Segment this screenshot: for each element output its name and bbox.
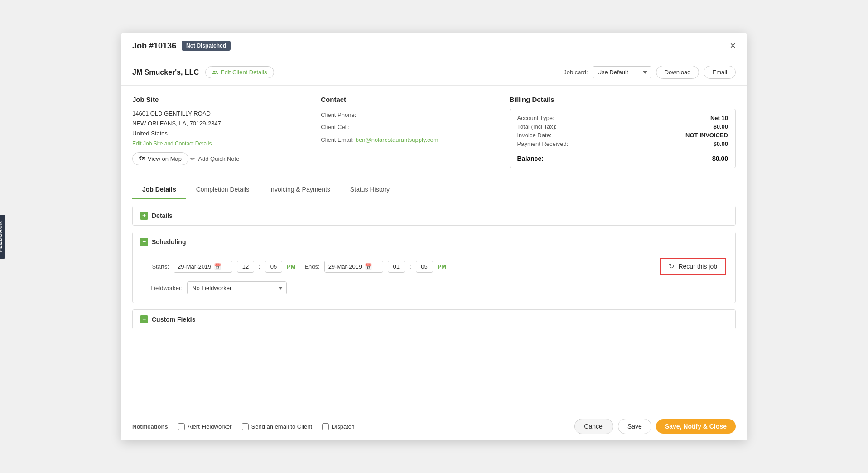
ends-date-value: 29-Mar-2019 — [328, 263, 362, 270]
dispatch-checkbox-label: Dispatch — [322, 423, 355, 430]
address-line2: NEW ORLEANS, LA, 70129-2347 — [132, 119, 321, 129]
send-email-label: Send an email to Client — [251, 423, 312, 430]
client-name: JM Smucker's, LLC — [132, 68, 199, 77]
billing-account-type-row: Account Type: Net 10 — [517, 115, 728, 121]
job-title: Job #10136 — [132, 41, 176, 51]
modal-body: Job Site 14601 OLD GENTILLY ROAD NEW ORL… — [121, 86, 747, 412]
details-section-label: Details — [152, 212, 173, 219]
fieldworker-select[interactable]: No Fieldworker — [187, 281, 287, 294]
email-button[interactable]: Email — [704, 66, 736, 79]
ends-min-input[interactable]: 05 — [416, 261, 433, 273]
billing-invoice-date-row: Invoice Date: NOT INVOICED — [517, 132, 728, 139]
invoice-date-label: Invoice Date: — [517, 132, 552, 139]
tab-bar: Job Details Completion Details Invoicing… — [132, 181, 736, 199]
edit-client-label: Edit Client Details — [221, 69, 267, 76]
notifications-label: Notifications: — [132, 423, 170, 430]
total-label: Total (Incl Tax): — [517, 123, 557, 130]
download-button[interactable]: Download — [656, 66, 699, 79]
billing-box: Account Type: Net 10 Total (Incl Tax): $… — [510, 109, 736, 168]
billing-total-row: Total (Incl Tax): $0.00 — [517, 123, 728, 130]
custom-fields-label: Custom Fields — [152, 316, 195, 323]
ends-label: Ends: — [304, 263, 319, 270]
scheduling-body: Starts: 29-Mar-2019 📅 12 : 05 PM Ends: 2… — [133, 251, 735, 303]
ends-calendar-icon: 📅 — [365, 263, 372, 270]
feedback-tab[interactable]: FEEDBACK — [0, 214, 5, 258]
job-site-column: Job Site 14601 OLD GENTILLY ROAD NEW ORL… — [132, 96, 321, 168]
fieldworker-label: Fieldworker: — [142, 285, 183, 291]
starts-label: Starts: — [142, 263, 169, 270]
email-label: Client Email: — [321, 136, 354, 143]
contact-column: Contact Client Phone: Client Cell: Clien… — [321, 96, 509, 168]
payment-value: $0.00 — [713, 140, 728, 147]
details-toggle-icon[interactable]: + — [140, 212, 148, 220]
job-card-label: Job card: — [564, 69, 588, 76]
invoice-date-value: NOT INVOICED — [685, 132, 728, 139]
close-button[interactable]: × — [730, 41, 736, 51]
pencil-icon: ✏ — [190, 155, 195, 162]
view-on-map-button[interactable]: 🗺 View on Map — [132, 152, 188, 165]
account-type-value: Net 10 — [710, 115, 728, 121]
scheduling-section-header: － Scheduling — [133, 232, 735, 251]
tab-completion-details[interactable]: Completion Details — [186, 181, 260, 199]
ends-ampm-toggle[interactable]: PM — [438, 263, 447, 270]
starts-time-sep: : — [259, 263, 260, 270]
starts-min-input[interactable]: 05 — [265, 261, 282, 273]
billing-column: Billing Details Account Type: Net 10 Tot… — [510, 96, 736, 168]
custom-fields-header: － Custom Fields — [133, 310, 735, 329]
billing-payment-row: Payment Received: $0.00 — [517, 140, 728, 147]
payment-label: Payment Received: — [517, 140, 569, 147]
custom-fields-toggle-icon[interactable]: － — [140, 315, 148, 323]
custom-fields-section: － Custom Fields — [132, 309, 736, 329]
starts-hour-input[interactable]: 12 — [237, 261, 254, 273]
modal-footer: Notifications: Alert Fieldworker Send an… — [121, 412, 747, 440]
save-button[interactable]: Save — [618, 419, 651, 434]
starts-date-value: 29-Mar-2019 — [178, 263, 211, 270]
ends-time-sep: : — [410, 263, 411, 270]
recur-label: Recur this job — [678, 263, 717, 270]
contact-title: Contact — [321, 96, 509, 103]
cell-label: Client Cell: — [321, 124, 349, 130]
phone-label: Client Phone: — [321, 111, 356, 118]
tab-status-history[interactable]: Status History — [340, 181, 400, 199]
recur-icon: ↻ — [669, 262, 675, 270]
balance-label: Balance: — [517, 155, 544, 162]
status-badge: Not Dispatched — [182, 41, 231, 51]
total-value: $0.00 — [713, 123, 728, 130]
job-site-title: Job Site — [132, 96, 321, 103]
email-value[interactable]: ben@nolarestaurantsupply.com — [356, 136, 439, 143]
map-icon: 🗺 — [139, 155, 145, 162]
details-section: + Details — [132, 206, 736, 226]
view-map-label: View on Map — [148, 155, 182, 162]
edit-client-button[interactable]: Edit Client Details — [205, 66, 274, 78]
starts-ampm-toggle[interactable]: PM — [287, 263, 296, 270]
send-email-checkbox[interactable] — [242, 423, 249, 430]
ends-hour-input[interactable]: 01 — [388, 261, 405, 273]
tab-invoicing-payments[interactable]: Invoicing & Payments — [259, 181, 340, 199]
balance-value: $0.00 — [712, 155, 728, 162]
account-type-label: Account Type: — [517, 115, 555, 121]
save-notify-close-button[interactable]: Save, Notify & Close — [656, 419, 736, 434]
billing-balance-row: Balance: $0.00 — [517, 151, 728, 162]
address-line3: United States — [132, 129, 321, 139]
dispatch-checkbox[interactable] — [322, 423, 329, 430]
tab-job-details[interactable]: Job Details — [132, 181, 186, 199]
starts-date-input[interactable]: 29-Mar-2019 📅 — [174, 261, 232, 273]
scheduling-toggle-icon[interactable]: － — [140, 238, 148, 246]
info-row: Job Site 14601 OLD GENTILLY ROAD NEW ORL… — [132, 86, 736, 173]
starts-calendar-icon: 📅 — [214, 263, 221, 270]
add-quick-note-button[interactable]: ✏ Add Quick Note — [190, 155, 239, 162]
scheduling-section-label: Scheduling — [152, 238, 186, 246]
details-section-header: + Details — [133, 206, 735, 225]
cancel-button[interactable]: Cancel — [574, 419, 613, 434]
alert-fieldworker-checkbox-label: Alert Fieldworker — [178, 423, 232, 430]
add-note-label: Add Quick Note — [198, 155, 239, 162]
recur-this-job-button[interactable]: ↻ Recur this job — [660, 258, 726, 275]
address-line1: 14601 OLD GENTILLY ROAD — [132, 109, 321, 119]
ends-date-input[interactable]: 29-Mar-2019 📅 — [324, 261, 383, 273]
edit-job-site-link[interactable]: Edit Job Site and Contact Details — [132, 140, 321, 147]
alert-fieldworker-checkbox[interactable] — [178, 423, 185, 430]
dispatch-label: Dispatch — [332, 423, 355, 430]
modal-subheader: JM Smucker's, LLC Edit Client Details Jo… — [121, 59, 747, 86]
job-card-select[interactable]: Use Default — [593, 66, 651, 78]
send-email-checkbox-label: Send an email to Client — [242, 423, 312, 430]
